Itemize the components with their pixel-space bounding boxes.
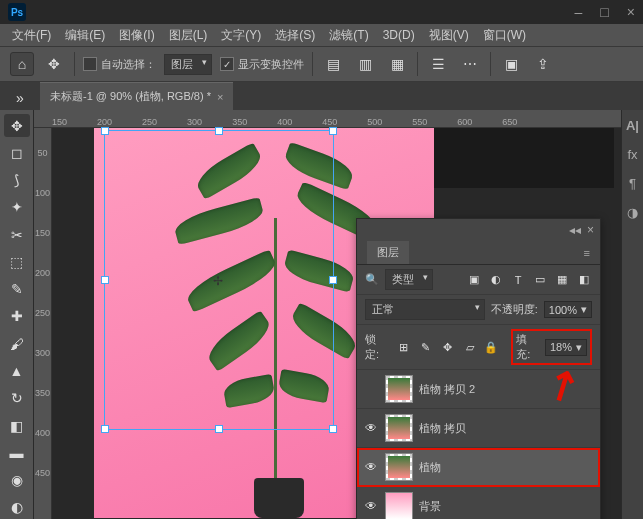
eraser-tool[interactable]: ◧ — [4, 414, 30, 437]
transform-handle[interactable] — [101, 127, 109, 135]
stamp-tool[interactable]: ▲ — [4, 359, 30, 382]
lock-transparent-icon[interactable]: ⊞ — [396, 339, 412, 355]
home-icon[interactable]: ⌂ — [10, 52, 34, 76]
move-tool[interactable]: ✥ — [4, 114, 30, 137]
ruler-horizontal: 150200250300350400450500550600650 — [34, 110, 621, 128]
move-tool-icon[interactable]: ✥ — [42, 52, 66, 76]
layer-name[interactable]: 植物 — [419, 460, 441, 475]
transform-handle[interactable] — [329, 425, 337, 433]
visibility-icon[interactable]: 👁 — [363, 499, 379, 513]
quick-select-tool[interactable]: ✦ — [4, 196, 30, 219]
distribute-icon[interactable]: ☰ — [426, 52, 450, 76]
align-center-icon[interactable]: ▥ — [353, 52, 377, 76]
layer-thumbnail[interactable] — [385, 453, 413, 481]
auto-select-label: 自动选择： — [101, 57, 156, 72]
document-title: 未标题-1 @ 90% (植物, RGB/8) * — [50, 89, 211, 104]
menu-window[interactable]: 窗口(W) — [483, 27, 526, 44]
filter-adjust-icon[interactable]: ◐ — [488, 272, 504, 288]
gradient-tool[interactable]: ▬ — [4, 441, 30, 464]
dodge-tool[interactable]: ◐ — [4, 496, 30, 519]
layer-thumbnail[interactable] — [385, 414, 413, 442]
show-transform-checkbox[interactable]: ✓ 显示变换控件 — [220, 57, 304, 72]
document-tab[interactable]: 未标题-1 @ 90% (植物, RGB/8) * × — [40, 82, 233, 110]
marquee-tool[interactable]: ◻ — [4, 141, 30, 164]
layer-name[interactable]: 植物 拷贝 2 — [419, 382, 475, 397]
layer-item[interactable]: 植物 拷贝 2 — [357, 370, 600, 409]
3d-mode-icon[interactable]: ▣ — [499, 52, 523, 76]
fill-input[interactable]: 18%▾ — [545, 339, 587, 356]
ruler-vertical: 50100150200250300350400450 — [34, 128, 52, 519]
lock-all-icon[interactable]: 🔒 — [483, 339, 499, 355]
filter-smart-icon[interactable]: ▦ — [554, 272, 570, 288]
close-tab-icon[interactable]: × — [217, 91, 223, 103]
layer-thumbnail[interactable] — [385, 492, 413, 519]
close-button[interactable]: × — [627, 4, 635, 20]
lock-pixels-icon[interactable]: ✎ — [418, 339, 434, 355]
transform-handle[interactable] — [215, 425, 223, 433]
filter-pixel-icon[interactable]: ▣ — [466, 272, 482, 288]
maximize-button[interactable]: □ — [600, 4, 608, 20]
blur-tool[interactable]: ◉ — [4, 468, 30, 491]
visibility-icon[interactable]: 👁 — [363, 421, 379, 435]
layer-item[interactable]: 👁 植物 拷贝 — [357, 409, 600, 448]
expand-tabs-icon[interactable]: » — [8, 86, 32, 110]
transform-handle[interactable] — [215, 127, 223, 135]
auto-select-checkbox[interactable]: 自动选择： — [83, 57, 156, 72]
layer-name[interactable]: 背景 — [419, 499, 441, 514]
align-left-icon[interactable]: ▤ — [321, 52, 345, 76]
filter-type-icon[interactable]: T — [510, 272, 526, 288]
crop-tool[interactable]: ✂ — [4, 223, 30, 246]
paragraph-panel-icon[interactable]: ¶ — [629, 176, 636, 191]
lock-artboard-icon[interactable]: ▱ — [462, 339, 478, 355]
transform-handle[interactable] — [329, 276, 337, 284]
close-panel-icon[interactable]: × — [587, 223, 594, 237]
styles-panel-icon[interactable]: fx — [627, 147, 637, 162]
filter-shape-icon[interactable]: ▭ — [532, 272, 548, 288]
filter-icon[interactable]: 🔍 — [365, 273, 379, 286]
layer-thumbnail[interactable] — [385, 375, 413, 403]
visibility-icon[interactable]: 👁 — [363, 460, 379, 474]
layers-tab[interactable]: 图层 — [367, 241, 409, 264]
transform-handle[interactable] — [101, 276, 109, 284]
menu-type[interactable]: 文字(Y) — [221, 27, 261, 44]
tools-panel: ✥ ◻ ⟆ ✦ ✂ ⬚ ✎ ✚ 🖌 ▲ ↻ ◧ ▬ ◉ ◐ — [0, 110, 34, 519]
menu-image[interactable]: 图像(I) — [119, 27, 154, 44]
right-panel-strip: A| fx ¶ ◑ — [621, 110, 643, 519]
opacity-input[interactable]: 100%▾ — [544, 301, 592, 318]
transform-handle[interactable] — [329, 127, 337, 135]
menu-view[interactable]: 视图(V) — [429, 27, 469, 44]
auto-select-target[interactable]: 图层 — [164, 54, 212, 75]
transform-center-icon[interactable]: ✢ — [213, 274, 225, 286]
collapse-panel-icon[interactable]: ◂◂ — [569, 223, 581, 237]
lasso-tool[interactable]: ⟆ — [4, 169, 30, 192]
char-panel-icon[interactable]: A| — [626, 118, 639, 133]
lock-position-icon[interactable]: ✥ — [440, 339, 456, 355]
align-right-icon[interactable]: ▦ — [385, 52, 409, 76]
more-options-icon[interactable]: ⋯ — [458, 52, 482, 76]
quick-share-icon[interactable]: ⇪ — [531, 52, 555, 76]
panel-menu-icon[interactable]: ≡ — [584, 247, 590, 259]
layer-item-background[interactable]: 👁 背景 — [357, 487, 600, 519]
options-bar: ⌂ ✥ 自动选择： 图层 ✓ 显示变换控件 ▤ ▥ ▦ ☰ ⋯ ▣ ⇪ — [0, 46, 643, 82]
layer-name[interactable]: 植物 拷贝 — [419, 421, 466, 436]
menu-edit[interactable]: 编辑(E) — [65, 27, 105, 44]
frame-tool[interactable]: ⬚ — [4, 250, 30, 273]
menu-filter[interactable]: 滤镜(T) — [329, 27, 368, 44]
minimize-button[interactable]: – — [575, 4, 583, 20]
menu-3d[interactable]: 3D(D) — [383, 28, 415, 42]
history-brush-tool[interactable]: ↻ — [4, 387, 30, 410]
lock-label: 锁定: — [365, 332, 390, 362]
layer-item-selected[interactable]: 👁 植物 — [357, 448, 600, 487]
eyedropper-tool[interactable]: ✎ — [4, 278, 30, 301]
healing-tool[interactable]: ✚ — [4, 305, 30, 328]
blend-mode-dropdown[interactable]: 正常 — [365, 299, 485, 320]
filter-toggle-icon[interactable]: ◧ — [576, 272, 592, 288]
transform-bounds[interactable]: ✢ — [104, 130, 334, 430]
menu-select[interactable]: 选择(S) — [275, 27, 315, 44]
filter-type-dropdown[interactable]: 类型 — [385, 269, 433, 290]
menu-layer[interactable]: 图层(L) — [169, 27, 208, 44]
menu-file[interactable]: 文件(F) — [12, 27, 51, 44]
swatches-panel-icon[interactable]: ◑ — [627, 205, 638, 220]
brush-tool[interactable]: 🖌 — [4, 332, 30, 355]
transform-handle[interactable] — [101, 425, 109, 433]
